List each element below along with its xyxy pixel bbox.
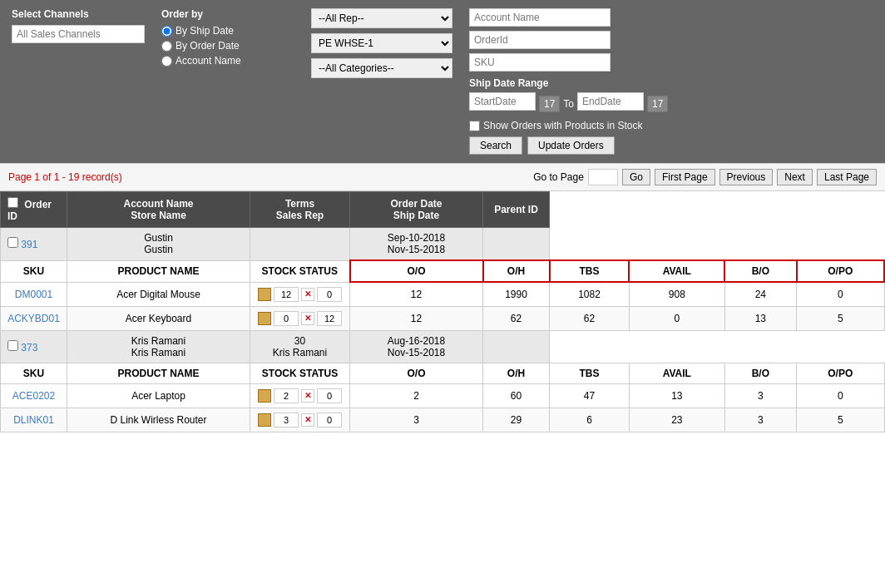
item-avail-DLINK01: 23 bbox=[629, 408, 724, 432]
order-id-input[interactable] bbox=[469, 31, 611, 49]
ship-date-section: Ship Date Range 17 To 17 Show Orders wit… bbox=[469, 77, 668, 155]
item-avail-ACKYBD01: 0 bbox=[629, 306, 724, 330]
pagination-bar: Page 1 of 1 - 19 record(s) Go to Page Go… bbox=[0, 163, 885, 191]
end-date-input[interactable] bbox=[577, 92, 644, 111]
sku-input[interactable] bbox=[469, 53, 611, 72]
previous-button[interactable]: Previous bbox=[719, 169, 774, 185]
sh-opo: O/PO bbox=[797, 363, 884, 383]
box-icon-DLINK01 bbox=[258, 413, 271, 427]
stock-out-DLINK01[interactable] bbox=[317, 413, 342, 427]
stock-checkbox-label: Show Orders with Products in Stock bbox=[483, 120, 642, 131]
order-row: 391 GustinGustin Sep-10-2018Nov-15-2018 bbox=[1, 228, 885, 261]
end-date-badge: 17 bbox=[647, 96, 668, 112]
item-oo-ACKYBD01: 12 bbox=[350, 306, 483, 330]
stock-out-ACKYBD01[interactable] bbox=[317, 311, 342, 326]
order-dates-373: Aug-16-2018Nov-15-2018 bbox=[350, 330, 483, 363]
sh-bo: B/O bbox=[724, 363, 796, 383]
sku-link-ACKYBD01[interactable]: ACKYBD01 bbox=[7, 313, 60, 324]
stock-out-ACE0202[interactable] bbox=[317, 388, 342, 403]
stock-x-btn-ACKYBD01[interactable]: ✕ bbox=[301, 312, 314, 325]
ship-date-row: 17 To 17 bbox=[469, 92, 668, 115]
col-order-date: Order Date Ship Date bbox=[350, 192, 483, 228]
item-sku-DLINK01: DLINK01 bbox=[1, 408, 67, 432]
item-tbs-DLINK01: 6 bbox=[550, 408, 630, 432]
rep-dropdown[interactable]: --All Rep-- bbox=[311, 8, 452, 28]
stock-in-ACKYBD01[interactable] bbox=[274, 311, 299, 326]
sh-stock-status: STOCK STATUS bbox=[250, 260, 350, 282]
search-button[interactable]: Search bbox=[469, 136, 522, 155]
item-bo-DLINK01: 3 bbox=[724, 408, 796, 432]
table-header-row: Order ID Account Name Store Name Terms S… bbox=[1, 192, 885, 228]
item-row: DLINK01 D Link Wirless Router ✕ 3 29 6 2… bbox=[1, 408, 885, 432]
warehouse-dropdown[interactable]: PE WHSE-1 bbox=[311, 33, 452, 53]
order-terms-391 bbox=[250, 228, 350, 261]
page-info: Page 1 of 1 - 19 record(s) bbox=[8, 171, 122, 183]
stock-in-ACE0202[interactable] bbox=[274, 388, 299, 403]
box-icon-DM0001 bbox=[258, 288, 271, 301]
by-ship-date-radio[interactable] bbox=[161, 26, 172, 37]
item-name-ACE0202: Acer Laptop bbox=[67, 383, 250, 408]
order-checkbox-373[interactable] bbox=[7, 340, 18, 351]
account-name-input[interactable] bbox=[469, 8, 611, 27]
order-id-link-373[interactable]: 373 bbox=[21, 342, 37, 353]
order-checkbox-391[interactable] bbox=[7, 237, 18, 248]
go-button[interactable]: Go bbox=[622, 169, 650, 185]
by-account-name-option[interactable]: Account Name bbox=[161, 55, 294, 67]
orders-table: Order ID Account Name Store Name Terms S… bbox=[0, 191, 885, 432]
sku-link-DLINK01[interactable]: DLINK01 bbox=[13, 414, 54, 426]
sh-tbs: TBS bbox=[550, 363, 630, 383]
select-channels-section: Select Channels bbox=[12, 8, 145, 43]
sh-bo: B/O bbox=[724, 260, 796, 282]
sh-product-name: PRODUCT NAME bbox=[67, 363, 250, 383]
stock-out-DM0001[interactable] bbox=[317, 287, 342, 302]
sku-link-DM0001[interactable]: DM0001 bbox=[15, 289, 52, 300]
update-orders-button[interactable]: Update Orders bbox=[527, 136, 615, 155]
stock-x-btn-DLINK01[interactable]: ✕ bbox=[301, 413, 314, 427]
order-account-391: GustinGustin bbox=[67, 228, 250, 261]
item-tbs-ACKYBD01: 62 bbox=[550, 306, 630, 330]
first-page-button[interactable]: First Page bbox=[655, 169, 715, 185]
stock-x-btn-ACE0202[interactable]: ✕ bbox=[301, 389, 314, 403]
sh-sku: SKU bbox=[1, 363, 67, 383]
last-page-button[interactable]: Last Page bbox=[817, 169, 877, 185]
sh-oh: O/H bbox=[483, 363, 550, 383]
item-stock-ACKYBD01: ✕ bbox=[250, 306, 350, 330]
item-oh-DLINK01: 29 bbox=[483, 408, 550, 432]
item-oh-ACE0202: 60 bbox=[483, 383, 550, 408]
stock-in-DLINK01[interactable] bbox=[274, 413, 299, 427]
order-id-link-391[interactable]: 391 bbox=[21, 239, 37, 250]
item-oh-ACKYBD01: 62 bbox=[483, 306, 550, 330]
order-terms-373: 30Kris Ramani bbox=[250, 330, 350, 363]
sku-link-ACE0202[interactable]: ACE0202 bbox=[12, 390, 55, 402]
by-order-date-option[interactable]: By Order Date bbox=[161, 40, 294, 52]
next-button[interactable]: Next bbox=[777, 169, 813, 185]
stock-in-DM0001[interactable] bbox=[274, 287, 299, 302]
stock-x-btn-DM0001[interactable]: ✕ bbox=[301, 288, 314, 301]
by-ship-date-option[interactable]: By Ship Date bbox=[161, 25, 294, 37]
order-by-label: Order by bbox=[161, 8, 294, 20]
dropdowns-section: --All Rep-- PE WHSE-1 --All Categories-- bbox=[311, 8, 452, 78]
ship-date-label: Ship Date Range bbox=[469, 77, 668, 89]
parent-id-header: Parent ID bbox=[494, 204, 538, 215]
start-date-input[interactable] bbox=[469, 92, 536, 111]
col-order-id: Order ID bbox=[1, 192, 67, 228]
category-dropdown[interactable]: --All Categories-- bbox=[311, 58, 452, 78]
select-all-checkbox[interactable] bbox=[7, 197, 18, 208]
item-avail-DM0001: 908 bbox=[629, 282, 724, 306]
by-order-date-radio[interactable] bbox=[161, 41, 172, 52]
col-account-name: Account Name Store Name bbox=[67, 192, 250, 228]
select-channels-label: Select Channels bbox=[12, 8, 145, 20]
top-panel: Select Channels Order by By Ship Date By… bbox=[0, 0, 885, 163]
item-tbs-ACE0202: 47 bbox=[550, 383, 630, 408]
go-to-page-input[interactable] bbox=[588, 169, 618, 185]
sh-oo: O/O bbox=[350, 363, 483, 383]
sh-tbs: TBS bbox=[550, 260, 630, 282]
sales-channels-input[interactable] bbox=[12, 25, 145, 43]
item-bo-ACE0202: 3 bbox=[724, 383, 796, 408]
item-opo-ACKYBD01: 5 bbox=[797, 306, 884, 330]
account-name-header: Account Name bbox=[123, 198, 193, 210]
item-name-DM0001: Acer Digital Mouse bbox=[67, 282, 250, 306]
by-account-name-radio[interactable] bbox=[161, 56, 172, 67]
stock-checkbox[interactable] bbox=[469, 121, 480, 131]
order-row: 373 Kris RamaniKris Ramani 30Kris Ramani… bbox=[1, 330, 885, 363]
